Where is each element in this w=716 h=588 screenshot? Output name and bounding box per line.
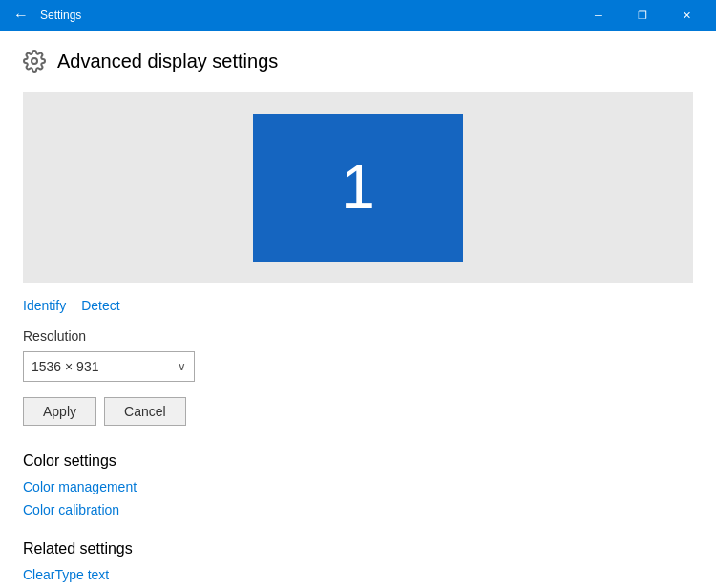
gear-icon [23,50,46,73]
buttons-row: Apply Cancel [23,397,693,426]
color-settings-header: Color settings [23,452,693,470]
links-row: Identify Detect [23,298,693,313]
color-calibration-link[interactable]: Color calibration [23,502,693,517]
main-content: Advanced display settings 1 Identify Det… [0,31,716,588]
resolution-value: 1536 × 931 [32,359,178,374]
chevron-down-icon: ∨ [178,360,186,373]
related-settings-section: Related settings ClearType text Advanced… [23,540,693,588]
title-bar-title: Settings [40,9,577,22]
restore-button[interactable]: ❐ [621,0,664,31]
back-button[interactable]: ← [8,2,34,29]
title-bar: ← Settings ─ ❐ ✕ [0,0,716,31]
resolution-dropdown[interactable]: 1536 × 931 ∨ [23,351,195,382]
monitor-area: 1 [23,92,693,283]
page-header: Advanced display settings [23,50,693,73]
minimize-button[interactable]: ─ [577,0,621,31]
close-button[interactable]: ✕ [664,0,708,31]
window-controls: ─ ❐ ✕ [577,0,708,31]
monitor-preview: 1 [253,114,463,262]
monitor-number: 1 [341,152,375,222]
resolution-label: Resolution [23,328,693,344]
color-settings-section: Color settings Color management Color ca… [23,452,693,517]
cancel-button[interactable]: Cancel [104,397,186,426]
identify-link[interactable]: Identify [23,298,66,313]
cleartype-text-link[interactable]: ClearType text [23,567,693,582]
svg-point-0 [32,58,37,64]
apply-button[interactable]: Apply [23,397,96,426]
page-title: Advanced display settings [57,51,278,73]
related-settings-header: Related settings [23,540,693,557]
detect-link[interactable]: Detect [81,298,119,313]
color-management-link[interactable]: Color management [23,479,693,494]
